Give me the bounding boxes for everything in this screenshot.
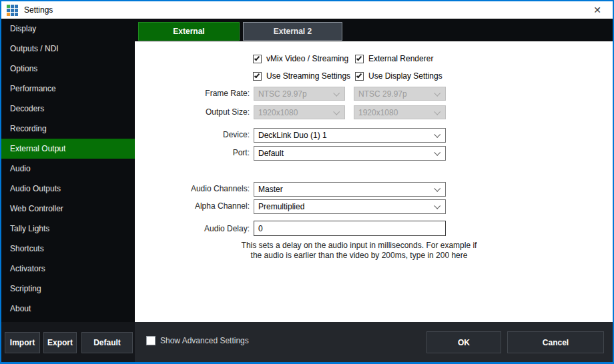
audio-channels-label: Audio Channels: bbox=[135, 184, 250, 193]
port-label: Port: bbox=[135, 148, 250, 157]
chevron-down-icon bbox=[434, 149, 440, 156]
checkbox-box[interactable] bbox=[355, 72, 364, 81]
port-select[interactable]: Default bbox=[254, 146, 446, 161]
frame-rate-select-2[interactable]: NTSC 29.97p bbox=[354, 87, 446, 101]
sidebar-item-web-controller[interactable]: Web Controller bbox=[1, 199, 135, 219]
audio-channels-select[interactable]: Master bbox=[254, 182, 446, 197]
check-icon bbox=[356, 72, 362, 78]
frame-rate-label: Frame Rate: bbox=[135, 89, 250, 98]
tab-external[interactable]: External bbox=[138, 22, 240, 41]
show-advanced-settings-checkbox[interactable]: Show Advanced Settings bbox=[146, 336, 249, 345]
main-area: Display Outputs / NDI Options Performanc… bbox=[1, 19, 613, 362]
alpha-channel-select[interactable]: Premultiplied bbox=[254, 199, 446, 214]
ok-button[interactable]: OK bbox=[426, 331, 501, 353]
bottom-bar: Show Advanced Settings OK Cancel bbox=[135, 322, 613, 362]
use-streaming-settings-checkbox[interactable]: Use Streaming Settings bbox=[253, 71, 350, 81]
vmix-video-streaming-checkbox[interactable]: vMix Video / Streaming bbox=[253, 54, 348, 63]
sidebar-item-tally-lights[interactable]: Tally Lights bbox=[1, 219, 135, 239]
settings-sidebar: Display Outputs / NDI Options Performanc… bbox=[1, 19, 135, 322]
sidebar-item-options[interactable]: Options bbox=[1, 59, 135, 79]
sidebar-item-scripting[interactable]: Scripting bbox=[1, 279, 135, 299]
checkbox-box[interactable] bbox=[146, 336, 156, 345]
import-button[interactable]: Import bbox=[5, 332, 40, 353]
output-size-select-1[interactable]: 1920x1080 bbox=[254, 105, 345, 119]
sidebar-item-external-output[interactable]: External Output bbox=[1, 139, 135, 159]
chevron-down-icon bbox=[434, 131, 440, 138]
output-size-label: Output Size: bbox=[135, 107, 250, 117]
checkbox-box[interactable] bbox=[253, 55, 262, 63]
device-select[interactable]: DeckLink Duo (1) 1 bbox=[254, 128, 446, 143]
tab-external-2[interactable]: External 2 bbox=[243, 22, 342, 41]
external-output-panel: vMix Video / Streaming External Renderer… bbox=[135, 41, 613, 322]
check-icon bbox=[254, 72, 260, 78]
export-button[interactable]: Export bbox=[43, 332, 77, 353]
alpha-channel-label: Alpha Channel: bbox=[135, 201, 250, 211]
vmix-logo-icon bbox=[7, 5, 18, 16]
external-renderer-checkbox[interactable]: External Renderer bbox=[355, 54, 433, 63]
settings-window: Settings ✕ Display Outputs / NDI Options… bbox=[0, 0, 614, 364]
sidebar-item-audio[interactable]: Audio bbox=[1, 159, 135, 179]
check-icon bbox=[254, 55, 260, 61]
check-icon bbox=[356, 55, 362, 61]
sidebar-item-outputs-ndi[interactable]: Outputs / NDI bbox=[1, 39, 135, 59]
sidebar-item-display[interactable]: Display bbox=[1, 19, 135, 39]
device-label: Device: bbox=[135, 130, 250, 139]
use-display-settings-checkbox[interactable]: Use Display Settings bbox=[355, 71, 442, 81]
checkbox-box[interactable] bbox=[253, 72, 262, 81]
sidebar-item-audio-outputs[interactable]: Audio Outputs bbox=[1, 179, 135, 199]
titlebar: Settings ✕ bbox=[1, 1, 613, 19]
sidebar-footer: Import Export Default bbox=[1, 322, 135, 362]
sidebar-item-shortcuts[interactable]: Shortcuts bbox=[1, 239, 135, 259]
sidebar-item-recording[interactable]: Recording bbox=[1, 119, 135, 139]
chevron-down-icon bbox=[333, 109, 340, 115]
cancel-button[interactable]: Cancel bbox=[507, 331, 604, 353]
audio-delay-input[interactable] bbox=[254, 221, 446, 236]
output-size-select-2[interactable]: 1920x1080 bbox=[354, 105, 446, 119]
sidebar-item-decoders[interactable]: Decoders bbox=[1, 99, 135, 119]
frame-rate-select-1[interactable]: NTSC 29.97p bbox=[254, 87, 345, 101]
close-icon[interactable]: ✕ bbox=[586, 1, 609, 19]
audio-delay-label: Audio Delay: bbox=[135, 224, 250, 233]
chevron-down-icon bbox=[434, 109, 440, 115]
chevron-down-icon bbox=[434, 90, 440, 97]
checkbox-box[interactable] bbox=[355, 55, 364, 63]
chevron-down-icon bbox=[434, 203, 440, 209]
window-title: Settings bbox=[24, 5, 53, 15]
sidebar-item-about[interactable]: About bbox=[1, 299, 135, 319]
default-button[interactable]: Default bbox=[81, 332, 133, 353]
sidebar-item-performance[interactable]: Performance bbox=[1, 79, 135, 99]
chevron-down-icon bbox=[434, 185, 440, 192]
chevron-down-icon bbox=[333, 90, 340, 97]
sidebar-item-activators[interactable]: Activators bbox=[1, 259, 135, 279]
audio-delay-help-text: This sets a delay on the audio input in … bbox=[226, 241, 493, 261]
